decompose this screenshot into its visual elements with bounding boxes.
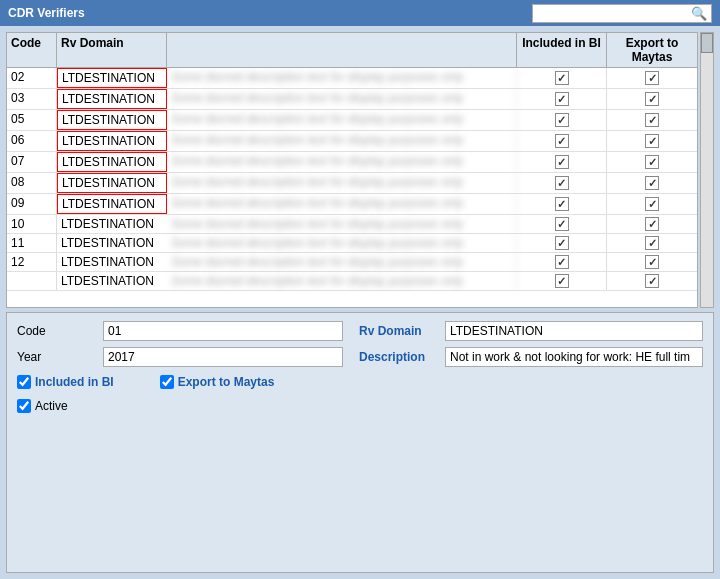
table-row[interactable]: 03LTDESTINATIONSome blurred description …	[7, 89, 697, 110]
row-description: Some blurred description text for displa…	[167, 131, 517, 151]
row-description: Some blurred description text for displa…	[167, 234, 517, 252]
row-included-in-bi[interactable]	[517, 110, 607, 130]
window-title: CDR Verifiers	[8, 6, 85, 20]
content-area: Code Rv Domain Included in BI Export to …	[0, 26, 720, 579]
row-export-to-maytas[interactable]	[607, 110, 697, 130]
detail-row-year: Year 2017 Description Not in work & not …	[17, 347, 703, 367]
row-included-in-bi[interactable]	[517, 272, 607, 290]
row-export-to-maytas[interactable]	[607, 272, 697, 290]
detail-panel: Code 01 Rv Domain LTDESTINATION Year 201…	[6, 312, 714, 573]
table-row[interactable]: 12LTDESTINATIONSome blurred description …	[7, 253, 697, 272]
row-rvdomain: LTDESTINATION	[57, 215, 167, 233]
row-rvdomain: LTDESTINATION	[57, 173, 167, 193]
table-row[interactable]: 02LTDESTINATIONSome blurred description …	[7, 68, 697, 89]
grid-body[interactable]: 02LTDESTINATIONSome blurred description …	[7, 68, 697, 307]
row-export-to-maytas[interactable]	[607, 68, 697, 88]
grid-header: Code Rv Domain Included in BI Export to …	[7, 33, 697, 68]
row-code: 10	[7, 215, 57, 233]
row-export-to-maytas[interactable]	[607, 131, 697, 151]
title-bar-right: 🔍	[532, 4, 712, 23]
row-export-to-maytas[interactable]	[607, 194, 697, 214]
year-value[interactable]: 2017	[103, 347, 343, 367]
grid-main: Code Rv Domain Included in BI Export to …	[6, 32, 698, 308]
row-description: Some blurred description text for displa…	[167, 194, 517, 214]
search-icon: 🔍	[691, 6, 707, 21]
header-rvdomain: Rv Domain	[57, 33, 167, 67]
table-row[interactable]: LTDESTINATIONSome blurred description te…	[7, 272, 697, 291]
rvdomain-value[interactable]: LTDESTINATION	[445, 321, 703, 341]
vertical-scrollbar-thumb[interactable]	[701, 33, 713, 53]
table-row[interactable]: 07LTDESTINATIONSome blurred description …	[7, 152, 697, 173]
row-included-in-bi[interactable]	[517, 89, 607, 109]
included-in-bi-label: Included in BI	[35, 375, 114, 389]
row-included-in-bi[interactable]	[517, 131, 607, 151]
year-label: Year	[17, 350, 97, 364]
row-description: Some blurred description text for displa…	[167, 215, 517, 233]
row-export-to-maytas[interactable]	[607, 173, 697, 193]
horizontal-scrollbar-area[interactable]	[7, 307, 697, 308]
row-included-in-bi[interactable]	[517, 215, 607, 233]
row-export-to-maytas[interactable]	[607, 152, 697, 172]
table-row[interactable]: 06LTDESTINATIONSome blurred description …	[7, 131, 697, 152]
row-rvdomain: LTDESTINATION	[57, 194, 167, 214]
header-export-to-maytas: Export to Maytas	[607, 33, 697, 67]
export-to-maytas-checkbox[interactable]	[160, 375, 174, 389]
search-box[interactable]: 🔍	[532, 4, 712, 23]
row-included-in-bi[interactable]	[517, 194, 607, 214]
header-code: Code	[7, 33, 57, 67]
export-to-maytas-checkbox-label[interactable]: Export to Maytas	[160, 375, 275, 389]
description-value[interactable]: Not in work & not looking for work: HE f…	[445, 347, 703, 367]
row-description: Some blurred description text for displa…	[167, 152, 517, 172]
vertical-scrollbar[interactable]	[700, 32, 714, 308]
row-code: 09	[7, 194, 57, 214]
table-row[interactable]: 05LTDESTINATIONSome blurred description …	[7, 110, 697, 131]
row-rvdomain: LTDESTINATION	[57, 253, 167, 271]
row-description: Some blurred description text for displa…	[167, 173, 517, 193]
active-checkbox-label[interactable]: Active	[17, 399, 68, 413]
export-to-maytas-label: Export to Maytas	[178, 375, 275, 389]
table-row[interactable]: 10LTDESTINATIONSome blurred description …	[7, 215, 697, 234]
row-included-in-bi[interactable]	[517, 234, 607, 252]
table-row[interactable]: 08LTDESTINATIONSome blurred description …	[7, 173, 697, 194]
row-rvdomain: LTDESTINATION	[57, 131, 167, 151]
checkbox-row-1: Included in BI Export to Maytas	[17, 373, 703, 391]
row-included-in-bi[interactable]	[517, 68, 607, 88]
code-value[interactable]: 01	[103, 321, 343, 341]
table-row[interactable]: 11LTDESTINATIONSome blurred description …	[7, 234, 697, 253]
row-code	[7, 272, 57, 290]
table-row[interactable]: 09LTDESTINATIONSome blurred description …	[7, 194, 697, 215]
row-included-in-bi[interactable]	[517, 173, 607, 193]
row-export-to-maytas[interactable]	[607, 253, 697, 271]
checkbox-row-2: Active	[17, 397, 703, 415]
code-label: Code	[17, 324, 97, 338]
row-rvdomain: LTDESTINATION	[57, 272, 167, 290]
row-export-to-maytas[interactable]	[607, 215, 697, 233]
row-code: 06	[7, 131, 57, 151]
row-rvdomain: LTDESTINATION	[57, 89, 167, 109]
row-rvdomain: LTDESTINATION	[57, 152, 167, 172]
row-description: Some blurred description text for displa…	[167, 253, 517, 271]
row-code: 02	[7, 68, 57, 88]
header-description	[167, 33, 517, 67]
search-input[interactable]	[537, 6, 691, 20]
row-code: 05	[7, 110, 57, 130]
included-in-bi-checkbox-label[interactable]: Included in BI	[17, 375, 114, 389]
row-export-to-maytas[interactable]	[607, 89, 697, 109]
header-included-in-bi: Included in BI	[517, 33, 607, 67]
included-in-bi-checkbox[interactable]	[17, 375, 31, 389]
row-included-in-bi[interactable]	[517, 152, 607, 172]
grid-area: Code Rv Domain Included in BI Export to …	[6, 32, 698, 308]
main-window: CDR Verifiers 🔍 Code Rv Domain Included …	[0, 0, 720, 579]
row-code: 07	[7, 152, 57, 172]
row-rvdomain: LTDESTINATION	[57, 234, 167, 252]
detail-row-code: Code 01 Rv Domain LTDESTINATION	[17, 321, 703, 341]
row-description: Some blurred description text for displa…	[167, 272, 517, 290]
title-bar: CDR Verifiers 🔍	[0, 0, 720, 26]
row-rvdomain: LTDESTINATION	[57, 68, 167, 88]
active-checkbox[interactable]	[17, 399, 31, 413]
row-description: Some blurred description text for displa…	[167, 68, 517, 88]
row-included-in-bi[interactable]	[517, 253, 607, 271]
row-code: 12	[7, 253, 57, 271]
description-label: Description	[359, 350, 439, 364]
row-export-to-maytas[interactable]	[607, 234, 697, 252]
